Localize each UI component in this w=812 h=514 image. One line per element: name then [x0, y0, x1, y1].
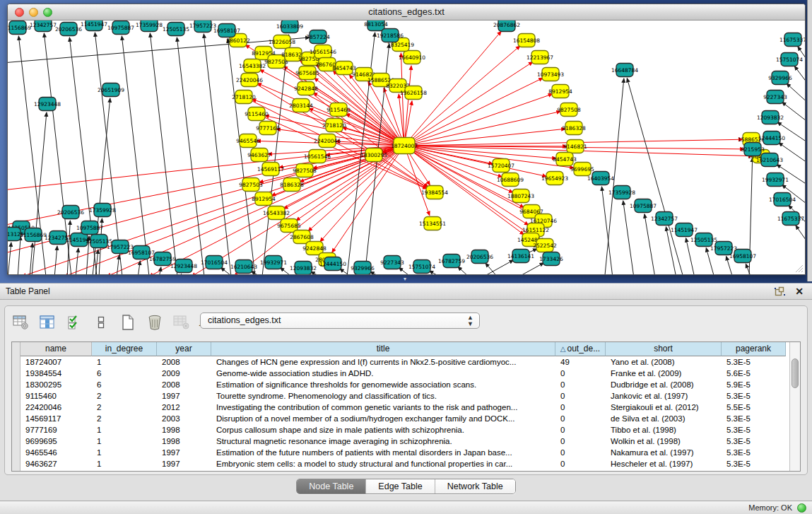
- graph-edge[interactable]: [645, 214, 655, 274]
- graph-node[interactable]: 9827508: [293, 164, 317, 177]
- graph-node[interactable]: 9699695: [570, 163, 594, 176]
- table-cell[interactable]: Tibbo et al. (1998): [606, 424, 722, 436]
- float-panel-icon[interactable]: [775, 286, 785, 296]
- table-cell[interactable]: 2008: [157, 379, 211, 390]
- graph-node[interactable]: 11156869: [8, 21, 31, 35]
- table-cell[interactable]: 0: [555, 413, 606, 424]
- graph-node[interactable]: 8215953: [741, 143, 765, 156]
- table-cell[interactable]: 19384554: [20, 368, 92, 379]
- graph-node[interactable]: 15134551: [419, 217, 446, 230]
- graph-node[interactable]: 16033809: [276, 21, 303, 33]
- graph-node[interactable]: 1733426: [539, 252, 563, 266]
- graph-node[interactable]: 10975887: [76, 221, 103, 235]
- graph-edge[interactable]: [746, 264, 751, 274]
- column-header-in_degree[interactable]: in_degree: [92, 342, 157, 356]
- table-cell[interactable]: Hescheler et al. (1997): [606, 458, 722, 469]
- column-header-short[interactable]: short: [606, 342, 722, 356]
- table-cell[interactable]: 0: [555, 368, 606, 379]
- table-cell[interactable]: Stergiakouli et al. (2012): [606, 402, 722, 413]
- graph-edge[interactable]: [796, 226, 805, 245]
- graph-edge[interactable]: [404, 62, 533, 146]
- graph-node[interactable]: 12444150: [758, 132, 785, 145]
- select-columns-icon[interactable]: [66, 314, 83, 331]
- table-cell[interactable]: 2003: [157, 413, 211, 424]
- graph-node[interactable]: 2718120: [232, 90, 256, 104]
- table-cell[interactable]: 2012: [157, 402, 211, 413]
- graph-node[interactable]: 20206536: [466, 250, 493, 264]
- delete-column-icon[interactable]: [146, 314, 163, 331]
- graph-node[interactable]: 18226058: [269, 35, 295, 49]
- graph-node[interactable]: 11451947: [81, 21, 107, 31]
- table-cell[interactable]: 5.5E-5: [722, 402, 786, 413]
- graph-node[interactable]: 9242848: [294, 82, 318, 95]
- graph-edge[interactable]: [601, 187, 613, 274]
- table-cell[interactable]: 9115460: [20, 390, 92, 402]
- table-cell[interactable]: Estimation of significance thresholds fo…: [211, 379, 555, 390]
- window-zoom-button[interactable]: [43, 8, 52, 17]
- table-cell[interactable]: 1: [92, 436, 157, 447]
- graph-edge[interactable]: [686, 238, 695, 274]
- table-cell[interactable]: 5.6E-5: [722, 368, 786, 379]
- graph-node[interactable]: 12342757: [651, 212, 678, 226]
- graph-node[interactable]: 9227343: [763, 90, 787, 104]
- table-cell[interactable]: Investigating the contribution of common…: [211, 402, 555, 413]
- table-row[interactable]: 969969511998Structural magnetic resonanc…: [20, 436, 789, 447]
- window-close-button[interactable]: [15, 8, 24, 17]
- graph-node[interactable]: 12213967: [526, 51, 553, 64]
- table-cell[interactable]: 2: [92, 402, 157, 413]
- graph-edge[interactable]: [458, 267, 470, 274]
- memory-ok-indicator[interactable]: [797, 503, 806, 513]
- graph-node[interactable]: 2522542: [533, 239, 557, 252]
- graph-edge[interactable]: [177, 37, 204, 274]
- graph-node[interactable]: 2803144: [289, 99, 313, 112]
- graph-node[interactable]: 20876862: [493, 21, 520, 32]
- graph-node[interactable]: 19932971: [762, 173, 789, 187]
- tab-edge-table[interactable]: Edge Table: [366, 479, 435, 493]
- table-cell[interactable]: 6: [92, 379, 157, 390]
- graph-edge[interactable]: [627, 78, 683, 274]
- window-minimize-button[interactable]: [29, 8, 38, 17]
- table-cell[interactable]: 49: [555, 356, 606, 368]
- table-cell[interactable]: Jankovic et al. (1997): [606, 390, 722, 402]
- graph-node[interactable]: 22420046: [314, 134, 341, 148]
- table-cell[interactable]: Corpus callosum shape and size in male p…: [211, 424, 555, 436]
- column-header-title[interactable]: title: [211, 342, 555, 356]
- column-header-year[interactable]: year: [157, 342, 211, 356]
- table-cell[interactable]: Yano et al. (2008): [606, 356, 722, 368]
- graph-edge[interactable]: [486, 263, 498, 274]
- graph-node[interactable]: 10688609: [497, 173, 524, 187]
- column-header-name[interactable]: name: [20, 342, 92, 356]
- window-resize-grip[interactable]: [794, 263, 804, 273]
- table-row[interactable]: 2242004622012Investigating the contribut…: [20, 402, 789, 413]
- graph-node[interactable]: 11675337: [779, 33, 805, 47]
- table-cell[interactable]: 5.3E-5: [722, 356, 786, 368]
- column-header-out_de[interactable]: △out_de...: [555, 342, 606, 356]
- graph-node[interactable]: 9329966: [768, 71, 792, 85]
- graph-edge[interactable]: [76, 248, 78, 274]
- table-cell[interactable]: Wolkin et al. (1998): [606, 436, 722, 447]
- graph-node[interactable]: 9227343: [380, 256, 404, 269]
- graph-node[interactable]: 9463627: [247, 148, 271, 162]
- graph-node[interactable]: 12093832: [757, 111, 784, 124]
- graph-edge[interactable]: [18, 236, 20, 274]
- network-window-titlebar[interactable]: citations_edges.txt: [8, 4, 805, 21]
- graph-edge[interactable]: [787, 83, 805, 104]
- graph-node[interactable]: 12342757: [30, 21, 57, 32]
- table-row[interactable]: 977716911998Corpus callosum shape and si…: [20, 424, 789, 436]
- network-canvas[interactable]: 1872400788601221822605889129541654338298…: [8, 21, 805, 274]
- table-cell[interactable]: 9699695: [20, 436, 92, 447]
- graph-edge[interactable]: [623, 201, 634, 274]
- graph-edge[interactable]: [706, 248, 714, 274]
- graph-node[interactable]: 8454743: [553, 153, 577, 166]
- graph-node[interactable]: 9675685: [295, 66, 319, 80]
- network-window[interactable]: citations_edges.txt 18724007886012218226…: [7, 4, 806, 275]
- table-cell[interactable]: 5.3E-5: [722, 458, 786, 469]
- table-cell[interactable]: Tourette syndrome. Phenomenology and cla…: [211, 390, 555, 402]
- panel-splitter-handle[interactable]: ▾: [400, 276, 410, 281]
- table-row[interactable]: 946362711997Embryonic stem cells: a mode…: [20, 458, 789, 469]
- graph-node[interactable]: 20206536: [57, 206, 84, 219]
- graph-edge[interactable]: [32, 112, 47, 274]
- table-cell[interactable]: Structural magnetic resonance image aver…: [211, 436, 555, 447]
- table-cell[interactable]: 22420046: [20, 402, 92, 413]
- table-cell[interactable]: 0: [555, 447, 606, 458]
